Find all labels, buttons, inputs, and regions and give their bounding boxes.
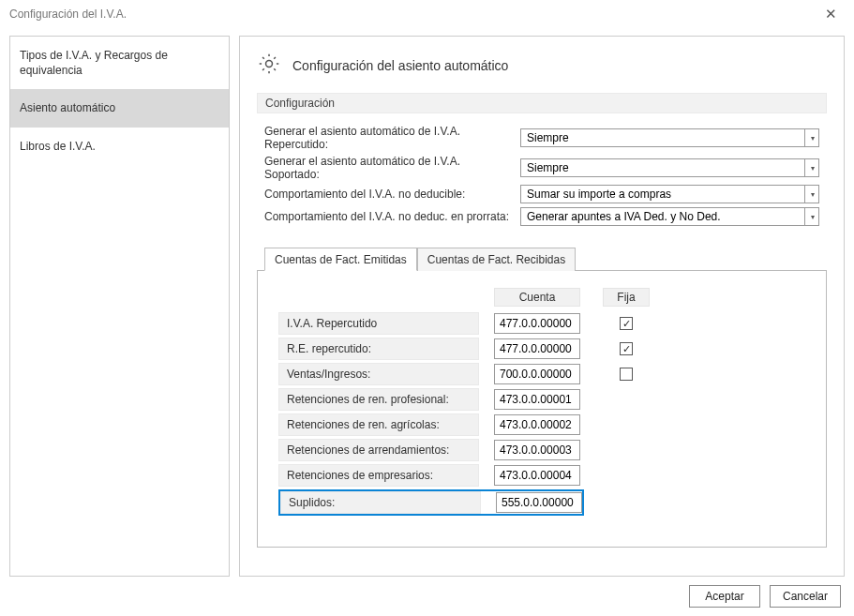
select-value: Siempre	[527, 161, 569, 174]
sidebar-item-asiento-automatico[interactable]: Asiento automático	[10, 89, 229, 127]
tab-fact-emitidas[interactable]: Cuentas de Fact. Emitidas	[264, 248, 417, 271]
account-label: R.E. repercutido:	[278, 338, 479, 360]
group-label: Configuración	[257, 93, 827, 113]
account-label: Suplidos:	[280, 491, 481, 514]
gear-icon	[257, 52, 281, 80]
account-row: Retenciones de ren. agrícolas:	[278, 413, 805, 436]
tabs: Cuentas de Fact. Emitidas Cuentas de Fac…	[257, 247, 827, 271]
dialog-body: Tipos de I.V.A. y Recargos de equivalenc…	[0, 28, 854, 577]
account-row: Suplidos:	[278, 489, 805, 516]
fija-cell: ✓	[603, 342, 650, 355]
svg-point-0	[266, 61, 273, 68]
close-icon[interactable]: ✕	[817, 2, 845, 26]
account-input[interactable]	[494, 313, 580, 334]
account-input[interactable]	[494, 389, 580, 410]
sidebar-item-tipos-iva[interactable]: Tipos de I.V.A. y Recargos de equivalenc…	[10, 37, 229, 89]
main-panel: Configuración del asiento automático Con…	[239, 36, 845, 577]
window: Configuración del I.V.A. ✕ Tipos de I.V.…	[0, 0, 854, 616]
sidebar-item-label: Libros de I.V.A.	[20, 140, 96, 153]
account-row: Ventas/Ingresos:	[278, 363, 805, 385]
form-row-iva-soportado: Generar el asiento automático de I.V.A. …	[264, 155, 819, 181]
account-input[interactable]	[494, 465, 580, 486]
section-header: Configuración del asiento automático	[257, 52, 827, 80]
tab-label: Cuentas de Fact. Recibidas	[427, 253, 565, 266]
select-value: Sumar su importe a compras	[527, 188, 671, 201]
tab-label: Cuentas de Fact. Emitidas	[275, 253, 407, 266]
fija-checkbox[interactable]: ✓	[620, 342, 633, 355]
account-input[interactable]	[494, 440, 580, 460]
fija-checkbox[interactable]: ✓	[620, 317, 633, 330]
fija-cell: ✓	[603, 317, 650, 330]
cancel-button[interactable]: Cancelar	[770, 585, 841, 608]
window-title: Configuración del I.V.A.	[9, 8, 127, 21]
select-iva-prorrata[interactable]: Generar apuntes a IVA Ded. y No Ded. ▾	[520, 207, 819, 226]
account-input[interactable]	[496, 492, 582, 513]
sidebar-item-libros-iva[interactable]: Libros de I.V.A.	[10, 128, 229, 165]
account-row: R.E. repercutido:✓	[278, 338, 805, 360]
account-row: Retenciones de ren. profesional:	[278, 388, 805, 411]
form-label: Comportamiento del I.V.A. no deduc. en p…	[264, 210, 511, 223]
account-row: Retenciones de arrendamientos:	[278, 439, 805, 461]
chevron-down-icon: ▾	[804, 158, 819, 177]
sidebar: Tipos de I.V.A. y Recargos de equivalenc…	[9, 36, 230, 577]
sidebar-item-label: Tipos de I.V.A. y Recargos de equivalenc…	[20, 49, 168, 77]
account-label: Retenciones de empresarios:	[278, 464, 479, 487]
account-input[interactable]	[494, 338, 580, 359]
chevron-down-icon: ▾	[804, 185, 819, 203]
form-row-iva-no-deducible: Comportamiento del I.V.A. no deducible: …	[264, 185, 819, 203]
section-title: Configuración del asiento automático	[292, 58, 508, 73]
dialog-footer: Aceptar Cancelar	[0, 577, 854, 616]
account-label: Ventas/Ingresos:	[278, 363, 479, 385]
form-label: Comportamiento del I.V.A. no deducible:	[264, 188, 511, 201]
select-iva-soportado[interactable]: Siempre ▾	[520, 158, 819, 177]
header-fija: Fija	[603, 288, 650, 307]
form-rows: Generar el asiento automático de I.V.A. …	[257, 125, 827, 241]
account-label: Retenciones de arrendamientos:	[278, 439, 479, 461]
account-input[interactable]	[494, 364, 580, 384]
form-label: Generar el asiento automático de I.V.A. …	[264, 155, 511, 181]
account-label: Retenciones de ren. agrícolas:	[278, 413, 479, 436]
chevron-down-icon: ▾	[804, 207, 819, 226]
form-row-iva-repercutido: Generar el asiento automático de I.V.A. …	[264, 125, 819, 151]
select-value: Generar apuntes a IVA Ded. y No Ded.	[527, 210, 721, 223]
form-label: Generar el asiento automático de I.V.A. …	[264, 125, 511, 151]
account-input[interactable]	[494, 414, 580, 435]
titlebar: Configuración del I.V.A. ✕	[0, 0, 854, 28]
form-row-iva-prorrata: Comportamiento del I.V.A. no deduc. en p…	[264, 207, 819, 226]
account-row: Retenciones de empresarios:	[278, 464, 805, 487]
tab-body: Cuenta Fija I.V.A. Repercutido✓R.E. repe…	[257, 271, 827, 548]
account-label: Retenciones de ren. profesional:	[278, 388, 479, 411]
select-iva-repercutido[interactable]: Siempre ▾	[520, 128, 819, 147]
chevron-down-icon: ▾	[804, 128, 819, 147]
fija-cell	[603, 368, 650, 381]
account-row: I.V.A. Repercutido✓	[278, 312, 805, 335]
tab-fact-recibidas[interactable]: Cuentas de Fact. Recibidas	[417, 248, 576, 271]
accept-button[interactable]: Aceptar	[689, 585, 760, 608]
fija-checkbox[interactable]	[620, 368, 633, 381]
sidebar-item-label: Asiento automático	[20, 101, 115, 114]
select-value: Siempre	[527, 131, 569, 144]
account-label: I.V.A. Repercutido	[278, 312, 479, 335]
account-rows: I.V.A. Repercutido✓R.E. repercutido:✓Ven…	[278, 312, 805, 516]
account-table-header: Cuenta Fija	[494, 288, 805, 307]
select-iva-no-deducible[interactable]: Sumar su importe a compras ▾	[520, 185, 819, 203]
highlighted-account: Suplidos:	[278, 489, 584, 516]
header-cuenta: Cuenta	[494, 288, 580, 307]
